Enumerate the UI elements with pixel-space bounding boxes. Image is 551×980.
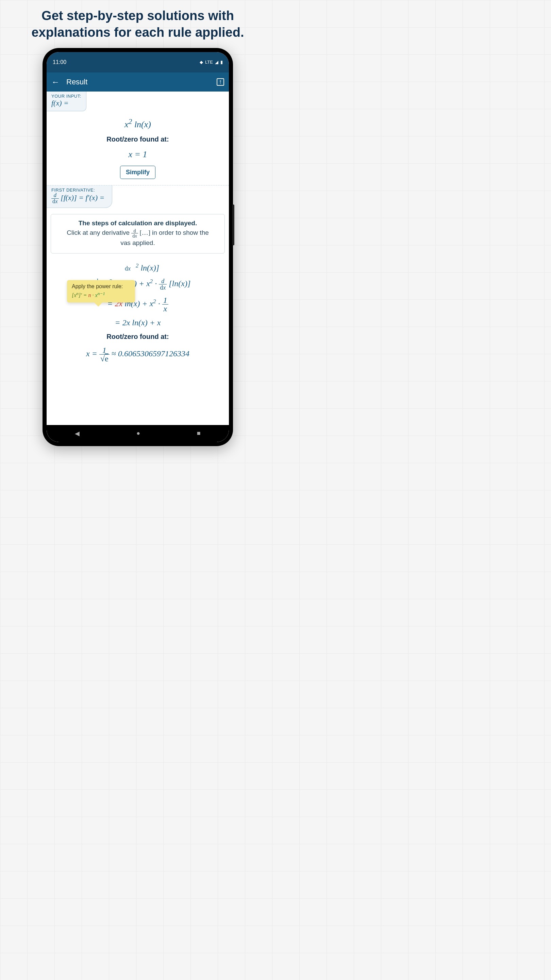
status-indicators: ◆ LTE ◢ ▮ xyxy=(200,60,223,65)
power-rule-tooltip: Apply the power rule: [xn]′ = n · xn−1 xyxy=(67,280,135,302)
root-value-2: x = 1√e ≈ 0.6065306597126334 xyxy=(49,346,226,363)
page-title: Result xyxy=(66,78,217,86)
input-expression: x2 ln(x) xyxy=(47,118,229,130)
info-line3-partial: vas applied. xyxy=(121,238,155,248)
input-lhs: f(x) = xyxy=(51,99,81,108)
tooltip-formula: [xn]′ = n · xn−1 xyxy=(72,291,130,298)
signal-icon: ◢ xyxy=(215,60,218,65)
step-3: = 2x ln(x) + x xyxy=(49,318,226,327)
first-derivative-label-text: FIRST DERIVATIVE: xyxy=(51,188,105,192)
power-button xyxy=(232,205,234,245)
android-nav-bar: ◀ ● ■ xyxy=(47,425,229,442)
phone-frame: 11:00 ◆ LTE ◢ ▮ ← Result ↑ YOUR INPUT: f… xyxy=(43,48,233,446)
wifi-icon: ◆ xyxy=(200,60,203,65)
info-derivative-notation: ddx […] xyxy=(131,229,152,236)
status-time: 11:00 xyxy=(53,59,66,65)
promo-headline: Get step-by-step solutions with explanat… xyxy=(0,0,275,45)
root-found-label: Root/zero found at: xyxy=(47,135,229,143)
status-bar: 11:00 ◆ LTE ◢ ▮ xyxy=(47,52,229,73)
nav-back[interactable]: ◀ xyxy=(75,430,79,437)
nav-recent[interactable]: ■ xyxy=(197,430,201,437)
info-line2: Click at any derivative ddx […] in order… xyxy=(56,228,220,238)
step-0[interactable]: = dx 2 ln(x)] xyxy=(49,262,226,272)
first-derivative-lhs: ddx [f(x)] = f′(x) = xyxy=(51,192,105,204)
battery-icon: ▮ xyxy=(221,60,223,65)
info-line1: The steps of calculation are displayed. xyxy=(56,218,220,228)
root-found-label-2: Root/zero found at: xyxy=(47,333,229,340)
input-section-label: YOUR INPUT: f(x) = xyxy=(47,92,86,111)
phone-screen: 11:00 ◆ LTE ◢ ▮ ← Result ↑ YOUR INPUT: f… xyxy=(47,52,229,442)
first-derivative-label: FIRST DERIVATIVE: ddx [f(x)] = f′(x) = xyxy=(47,185,112,208)
input-label-text: YOUR INPUT: xyxy=(51,94,81,99)
tooltip-title: Apply the power rule: xyxy=(72,283,130,290)
steps-info-box: The steps of calculation are displayed. … xyxy=(51,214,225,253)
content-area: YOUR INPUT: f(x) = x2 ln(x) Root/zero fo… xyxy=(47,92,229,425)
network-label: LTE xyxy=(205,60,213,65)
export-button[interactable]: ↑ xyxy=(217,78,224,86)
nav-home[interactable]: ● xyxy=(137,430,140,437)
root-value: x = 1 xyxy=(47,150,229,159)
simplify-button[interactable]: Simplify xyxy=(120,166,156,179)
app-bar: ← Result ↑ xyxy=(47,73,229,92)
back-button[interactable]: ← xyxy=(51,77,60,87)
